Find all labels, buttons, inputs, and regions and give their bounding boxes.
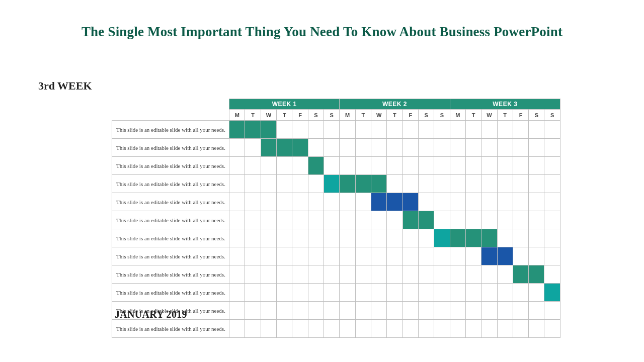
gantt-cell (308, 157, 324, 175)
gantt-body: This slide is an editable slide with all… (112, 121, 560, 338)
gantt-cell (371, 320, 387, 338)
gantt-cell (434, 121, 450, 139)
gantt-cell (292, 229, 308, 247)
gantt-cell (245, 193, 261, 211)
gantt-cell (292, 139, 308, 157)
gantt-cell (465, 247, 481, 265)
task-label: This slide is an editable slide with all… (112, 139, 229, 157)
gantt-cell (513, 284, 528, 302)
gantt-cell (403, 284, 418, 302)
day-header: M (450, 110, 465, 121)
gantt-cell (513, 229, 528, 247)
gantt-cell (450, 193, 465, 211)
day-header: F (403, 110, 418, 121)
gantt-cell (371, 157, 387, 175)
gantt-cell (292, 320, 308, 338)
gantt-cell (324, 121, 340, 139)
gantt-cell (434, 229, 450, 247)
gantt-cell (355, 193, 371, 211)
table-row: This slide is an editable slide with all… (112, 175, 560, 193)
gantt-cell (308, 139, 324, 157)
task-label: This slide is an editable slide with all… (112, 320, 229, 338)
gantt-cell (340, 284, 355, 302)
table-row: This slide is an editable slide with all… (112, 211, 560, 229)
gantt-cell (544, 265, 560, 284)
gantt-cell (403, 157, 418, 175)
gantt-cell (340, 211, 355, 229)
gantt-cell (529, 265, 544, 284)
gantt-cell (465, 211, 481, 229)
gantt-cell (340, 157, 355, 175)
day-header: T (355, 110, 371, 121)
gantt-cell (277, 265, 292, 284)
gantt-cell (418, 284, 434, 302)
gantt-cell (481, 211, 497, 229)
gantt-cell (229, 121, 245, 139)
gantt-cell (245, 121, 261, 139)
gantt-cell (324, 320, 340, 338)
table-row: This slide is an editable slide with all… (112, 247, 560, 265)
gantt-cell (497, 121, 513, 139)
gantt-cell (261, 193, 276, 211)
gantt-cell (355, 247, 371, 265)
gantt-cell (387, 320, 403, 338)
gantt-cell (371, 211, 387, 229)
gantt-cell (229, 265, 245, 284)
gantt-cell (324, 265, 340, 284)
gantt-cell (324, 211, 340, 229)
gantt-cell (481, 193, 497, 211)
gantt-cell (465, 265, 481, 284)
gantt-cell (229, 284, 245, 302)
gantt-cell (403, 193, 418, 211)
gantt-cell (418, 229, 434, 247)
gantt-cell (450, 175, 465, 193)
gantt-cell (481, 284, 497, 302)
gantt-cell (403, 121, 418, 139)
gantt-cell (403, 175, 418, 193)
gantt-cell (277, 175, 292, 193)
gantt-cell (324, 247, 340, 265)
gantt-cell (481, 121, 497, 139)
gantt-cell (450, 211, 465, 229)
slide-footer-date: JANUARY 2019 (115, 309, 187, 320)
task-label: This slide is an editable slide with all… (112, 121, 229, 139)
gantt-cell (261, 320, 276, 338)
gantt-cell (544, 211, 560, 229)
gantt-cell (544, 139, 560, 157)
gantt-cell (229, 229, 245, 247)
gantt-cell (355, 302, 371, 320)
gantt-cell (434, 139, 450, 157)
gantt-cell (229, 139, 245, 157)
gantt-cell (434, 302, 450, 320)
gantt-cell (387, 121, 403, 139)
gantt-cell (544, 284, 560, 302)
week-header-3: WEEK 3 (450, 99, 560, 110)
gantt-cell (513, 121, 528, 139)
gantt-cell (371, 247, 387, 265)
gantt-cell (245, 302, 261, 320)
gantt-cell (513, 139, 528, 157)
gantt-cell (292, 193, 308, 211)
gantt-cell (544, 121, 560, 139)
gantt-cell (340, 247, 355, 265)
task-label: This slide is an editable slide with all… (112, 284, 229, 302)
gantt-cell (529, 211, 544, 229)
table-row: This slide is an editable slide with all… (112, 121, 560, 139)
gantt-cell (450, 121, 465, 139)
day-header: F (513, 110, 528, 121)
day-header: T (465, 110, 481, 121)
slide-title: The Single Most Important Thing You Need… (0, 24, 644, 40)
gantt-cell (450, 157, 465, 175)
gantt-cell (497, 302, 513, 320)
gantt-cell (261, 211, 276, 229)
gantt-cell (434, 284, 450, 302)
gantt-cell (418, 193, 434, 211)
gantt-cell (308, 229, 324, 247)
gantt-cell (434, 157, 450, 175)
gantt-cell (277, 193, 292, 211)
gantt-cell (261, 157, 276, 175)
gantt-cell (497, 157, 513, 175)
gantt-cell (481, 247, 497, 265)
day-header: T (245, 110, 261, 121)
gantt-cell (245, 229, 261, 247)
